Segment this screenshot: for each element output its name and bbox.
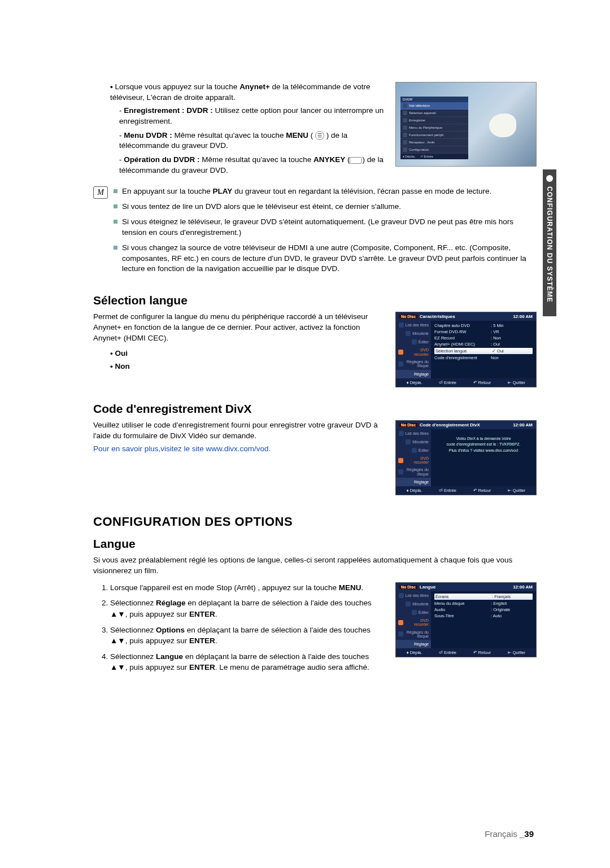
osd-side-nav: List des titres Minuterie Éditer DVD rec…	[396, 321, 431, 378]
anynet-menu-footer: ♦ Déplac. ⏎ Entrée	[400, 154, 468, 159]
lang-paragraph: Permet de configurer la langue du menu d…	[93, 312, 385, 344]
note-item: En appuyant sur la touche PLAY du graveu…	[114, 186, 537, 197]
anynet-item-2: Menu DVDR : Même résultat qu'avec la tou…	[119, 130, 385, 152]
anynet-menu-header: DVDR	[400, 97, 468, 102]
osd-title: Caractéristiques	[420, 314, 455, 319]
note-item: Si vous éteignez le téléviseur, le grave…	[114, 217, 537, 238]
side-tab-dot	[546, 175, 553, 182]
osd-time: 12:00 AM	[513, 422, 533, 428]
osd-time: 12:00 AM	[513, 314, 533, 319]
options-paragraph: Si vous avez préalablement réglé les opt…	[93, 555, 537, 577]
section-major-options: CONFIGURATION DES OPTIONS	[93, 514, 537, 529]
anynet-menu-item: Sélection appareil	[400, 110, 468, 117]
step-item: Sélectionnez Réglage en déplaçant la bar…	[110, 597, 385, 620]
anynet-menu-panel: DVDR Voir télévision Sélection appareil …	[400, 97, 468, 159]
divx-link[interactable]: Pour en savoir plus,visitez le site www.…	[93, 444, 385, 455]
anynet-tv-preview: DVDR Voir télévision Sélection appareil …	[395, 82, 537, 167]
anynet-menu-item: Configuration	[400, 146, 468, 154]
anynet-menu-item: Récepteur : Arrêt	[400, 139, 468, 146]
lang-option-oui: Oui	[110, 348, 385, 359]
section-title-divx: Code d'enregistrement DivX	[93, 402, 537, 416]
anynet-menu-item: Fonctionnement périph.	[400, 132, 468, 139]
osd-footer: ♦ Dépla. ⏎ Entrée ↶ Retour ⇤ Quitter	[396, 648, 536, 657]
osd-title: Code d'enregistrement DivX	[420, 422, 480, 428]
step-item: Sélectionnez Options en déplaçant la bar…	[110, 625, 385, 647]
step-item: Lorsque l'appareil est en mode Stop (Arr…	[110, 582, 385, 594]
osd-langue: No Disc Langue 12:00 AM List des titres …	[395, 582, 537, 657]
section-title-langue: Langue	[93, 537, 537, 551]
anynet-menu-item: Voir télévision	[400, 102, 468, 110]
osd-time: 12:00 AM	[513, 585, 533, 590]
anynet-menu-item: Enregistrer	[400, 117, 468, 124]
osd-footer: ♦ Dépla. ⏎ Entrée ↶ Retour ⇤ Quitter	[396, 378, 536, 387]
osd-caracteristiques: No Disc Caractéristiques 12:00 AM List d…	[395, 312, 537, 387]
osd-nodisc-badge: No Disc	[399, 423, 417, 427]
anynet-menu-item: Menu du Périphérique	[400, 124, 468, 132]
lang-option-non: Non	[110, 361, 385, 372]
osd-divx-msg: Vidéo DivX à la demande.Votre code d'enr…	[434, 431, 533, 459]
note-icon: M	[93, 186, 108, 199]
note-item: Si vous changez la source de votre télév…	[114, 243, 537, 275]
anynet-item-1: Enregistrement : DVDR : Utilisez cette o…	[119, 106, 385, 127]
menu-remote-icon: ☰	[315, 131, 324, 140]
osd-nodisc-badge: No Disc	[399, 315, 417, 319]
side-tab-label: CONFIGURATION DU SYSTÈME	[546, 186, 554, 303]
osd-nodisc-badge: No Disc	[399, 585, 417, 589]
side-tab: CONFIGURATION DU SYSTÈME	[543, 169, 556, 316]
note-item: Si vous tentez de lire un DVD alors que …	[114, 202, 537, 212]
anynet-intro: Lorsque vous appuyez sur la touche Anyne…	[110, 82, 385, 103]
osd-title: Langue	[420, 585, 435, 590]
step-item: Sélectionnez Langue en déplaçant la barr…	[110, 651, 385, 673]
page-footer: Français _39	[485, 829, 534, 839]
preview-bird-shape	[489, 114, 516, 137]
options-steps: Lorsque l'appareil est en mode Stop (Arr…	[110, 582, 385, 673]
anynet-item-3: Opération du DVDR : Même résultat qu'ave…	[119, 155, 385, 176]
osd-side-nav: List des titres Minuterie Éditer DVD rec…	[396, 429, 431, 486]
anykey-icon	[350, 157, 362, 164]
osd-divx: No Disc Code d'enregistrement DivX 12:00…	[395, 420, 537, 495]
osd-footer: ♦ Dépla. ⏎ Entrée ↶ Retour ⇤ Quitter	[396, 486, 536, 495]
divx-paragraph: Veuillez utiliser le code d'enregistreme…	[93, 420, 385, 442]
section-title-lang: Sélection langue	[93, 294, 537, 307]
osd-side-nav: List des titres Minuterie Éditer DVD rec…	[396, 591, 431, 648]
